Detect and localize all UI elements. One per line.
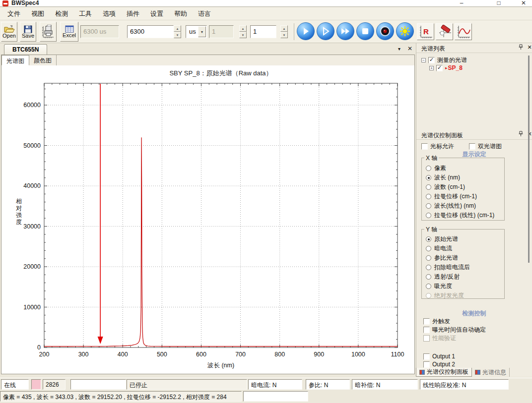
document-panel: 光谱图 颜色图 SBY SP_8：原始光谱（Raw data）200300400… [1,55,415,374]
xaxis-radios-option-4[interactable]: 波长(线性) (nm) [422,201,504,211]
checkbox[interactable] [423,353,430,360]
average-stepper[interactable] [280,25,288,38]
radio-icon[interactable] [426,175,431,180]
checkbox[interactable] [423,318,430,325]
spectra-panel-title: 光谱列表 [421,45,445,53]
spectrum-chart[interactable]: SBY SP_8：原始光谱（Raw data）20030040050060070… [1,65,414,375]
spin-down-icon[interactable] [174,32,181,38]
xaxis-radios-option-5[interactable]: 拉曼位移 (线性) (cm-1) [422,211,504,220]
xaxis-radios-option-0[interactable]: 像素 [422,164,504,173]
show-spectrum-button[interactable] [455,23,472,40]
minimize-button[interactable]: – [454,0,469,6]
output-checkbox-1[interactable]: Output 2 [423,360,455,368]
yaxis-radios-option-0[interactable]: 原始光谱 [422,234,504,244]
radio-icon[interactable] [426,265,431,270]
tab-color-view[interactable]: 颜色图 [29,55,57,65]
menu-item-5[interactable]: 插件 [121,7,145,20]
tree-root-row[interactable]: − 测量的光谱 [421,56,467,64]
close-panel-icon[interactable]: ✕ [526,44,532,51]
excel-export-button[interactable]: Excel [60,22,78,42]
sp8-checkbox[interactable] [436,65,443,71]
checkbox[interactable] [421,143,428,150]
radio-label: 波长(线性) (nm) [434,202,476,210]
checkbox[interactable] [423,327,430,333]
detect-option-1[interactable]: 曝光时间值自动确定 [423,326,486,334]
radio-icon[interactable] [426,194,431,199]
radio-icon[interactable] [426,184,431,190]
svg-text:200: 200 [39,351,50,358]
menu-item-0[interactable]: 文件 [2,7,26,20]
yaxis-radios-option-2[interactable]: 参比光谱 [422,253,504,263]
pin-icon[interactable] [517,131,524,138]
app-icon [2,0,8,6]
xaxis-radios-option-1[interactable]: 波长 (nm) [422,173,504,182]
detect-option-0[interactable]: 外触发 [423,317,450,325]
reference-scan-button[interactable] [396,22,414,40]
radio-icon[interactable] [426,213,431,218]
average-input[interactable]: 1 [250,25,276,38]
xaxis-radios-option-2[interactable]: 波数 (cm-1) [422,182,504,192]
unit-select[interactable]: us [186,25,207,38]
menu-item-3[interactable]: 工具 [73,7,97,20]
radio-icon[interactable] [426,274,431,280]
expand-icon[interactable]: + [429,66,434,70]
erase-spectrum-button[interactable] [436,23,453,40]
menu-item-4[interactable]: 选项 [97,7,121,20]
checkbox[interactable] [423,361,430,368]
dock-tab-1[interactable]: 光谱信息 [472,368,510,377]
integration-time-stepper[interactable] [174,25,181,38]
open-button[interactable]: Open [1,22,17,42]
fast-acquire-button[interactable] [336,22,354,40]
dark-target-icon [379,25,391,37]
integration-time-input[interactable]: 6300 [127,25,174,38]
collapse-icon[interactable]: − [421,58,426,62]
menu-item-8[interactable]: 语言 [193,7,216,20]
tree-item-sp8[interactable]: + ▸ SP_8 [429,64,463,71]
yaxis-radios-option-4[interactable]: 透射/反射 [422,272,504,282]
radio-icon[interactable] [426,166,431,171]
spin-down-icon[interactable] [280,32,288,38]
yaxis-radios-option-3[interactable]: 扣除暗电流后 [422,263,504,272]
output-checkbox-0[interactable]: Output 1 [423,352,455,360]
yaxis-radios-option-1[interactable]: 暗电流 [422,244,504,253]
acquire-once-button[interactable] [297,22,315,40]
control-panel-title: 光谱仪控制面板 [421,131,463,140]
radio-icon[interactable] [426,236,431,242]
dock-tab-0[interactable]: 光谱仪控制面板 [416,368,472,377]
dual-spectrum-checkbox[interactable]: 双光谱图 [469,142,502,150]
save-button[interactable]: Save [20,22,36,42]
spin-up-icon[interactable] [174,25,181,32]
readout-cursor-button[interactable]: R [417,23,434,40]
combo-arrow-icon[interactable] [198,26,206,37]
radio-icon[interactable] [426,255,431,261]
menu-item-6[interactable]: 设置 [145,7,169,20]
spin-up-icon[interactable] [280,25,288,32]
stop-button[interactable] [356,22,374,40]
close-button[interactable]: ✕ [516,0,531,6]
acquire-continuous-button[interactable] [317,22,334,40]
radio-icon[interactable] [426,246,431,251]
document-tab[interactable]: BTC655N [4,44,47,55]
print-button[interactable] [40,22,57,42]
xaxis-radios-option-3[interactable]: 拉曼位移 (cm-1) [422,192,504,201]
tab-list-caret-icon[interactable]: ▾ [395,46,403,52]
cursor-enable-checkbox[interactable]: 光标允许 [421,142,454,150]
yaxis-radios-option-5[interactable]: 吸光度 [422,282,504,291]
pin-icon[interactable] [517,44,524,51]
dark-scan-button[interactable] [376,22,394,40]
root-checkbox[interactable] [428,57,435,63]
menu-item-2[interactable]: 检测 [50,7,73,20]
tab-spectrum-view[interactable]: 光谱图 [1,55,29,65]
checkbox[interactable] [469,143,475,150]
vertical-scrollbar[interactable] [528,56,530,263]
menu-item-1[interactable]: 视图 [26,7,50,20]
radio-label: 绝对发光度 [434,291,464,300]
control-panel-header: 光谱仪控制面板 ✕ [416,130,532,140]
tree-item-label: SP_8 [448,64,463,71]
checkbox-label: 曝光时间值自动确定 [432,326,486,334]
tab-close-icon[interactable]: ✕ [404,45,415,53]
maximize-button[interactable]: □ [491,0,506,6]
radio-icon[interactable] [426,203,431,209]
menu-item-7[interactable]: 帮助 [169,7,193,20]
radio-icon[interactable] [426,284,431,289]
